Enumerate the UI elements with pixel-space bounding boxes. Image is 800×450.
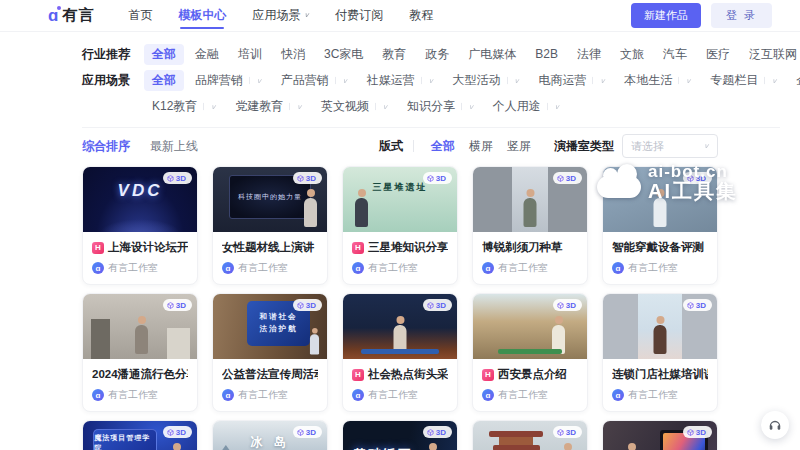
cube-icon [427, 175, 434, 182]
filter-option[interactable]: B2B [527, 45, 566, 63]
template-thumbnail[interactable]: 3D 冰 岛 ICELAND [213, 421, 327, 450]
filter-option-dropdown[interactable]: K12教育∨ [144, 96, 224, 117]
filter-option-dropdown[interactable]: 本地生活∨ [616, 70, 699, 91]
template-title: H西安景点介绍 [482, 367, 578, 382]
layout-option-all[interactable]: 全部 [424, 136, 462, 157]
template-card[interactable]: 3D 和谐社会 法治护航 公益普法宣传周活动预告 ɑ有言工作室 [212, 293, 328, 412]
filter-option-dropdown[interactable]: 知识分享∨ [399, 96, 482, 117]
sort-newest[interactable]: 最新上线 [150, 138, 198, 155]
author-avatar: ɑ [92, 262, 104, 274]
presenter-figure [625, 443, 638, 450]
template-thumbnail[interactable]: 3D [603, 167, 717, 232]
author-avatar: ɑ [352, 389, 364, 401]
headset-icon [768, 418, 782, 432]
filter-option-dropdown[interactable]: 英文视频∨ [313, 96, 396, 117]
nav-template-center[interactable]: 模板中心 [178, 1, 226, 30]
industry-filter-label: 行业推荐 [82, 46, 144, 63]
template-card[interactable]: 3D H西安景点介绍 ɑ有言工作室 [472, 293, 588, 412]
template-card[interactable]: 3D 基础矫正 [342, 420, 458, 450]
template-thumbnail[interactable]: 3D 和谐社会 法治护航 [213, 294, 327, 359]
template-card[interactable]: 3D 连锁门店社媒培训课 ɑ有言工作室 [602, 293, 718, 412]
template-card[interactable]: 3D H社会热点街头采访连线 ɑ有言工作室 [342, 293, 458, 412]
filter-option[interactable]: 快消 [273, 44, 313, 65]
chevron-down-icon: ∨ [289, 102, 302, 109]
author-avatar: ɑ [612, 389, 624, 401]
template-thumbnail[interactable]: 3D [83, 294, 197, 359]
template-center-page: ɑ 有言 首页 模板中心 应用场景∨ 付费订阅 教程 新建作品 登 录 行业推荐… [0, 0, 800, 450]
filter-option[interactable]: 教育 [374, 44, 414, 65]
filter-option[interactable]: 3C家电 [316, 44, 371, 65]
card-info: 2024潘通流行色分享 ɑ有言工作室 [83, 359, 197, 411]
logo-icon: ɑ [48, 7, 58, 24]
hot-icon: H [92, 242, 104, 254]
sort-comprehensive[interactable]: 综合排序 [82, 138, 130, 155]
filter-option-dropdown[interactable]: 企业内训∨ [788, 70, 800, 91]
template-card[interactable]: 3D 三星堆遗址 H三星堆知识分享 ɑ有言工作室 [342, 166, 458, 285]
template-thumbnail[interactable]: 3D 科技圈中的她力量 [213, 167, 327, 232]
template-card[interactable]: 3D 智能穿戴设备评测 ɑ有言工作室 [602, 166, 718, 285]
industry-filter-row: 行业推荐 全部 金融 培训 快消 3C家电 教育 政务 广电媒体 B2B 法律 … [82, 41, 780, 67]
login-button[interactable]: 登 录 [711, 3, 772, 28]
nav-home[interactable]: 首页 [128, 1, 152, 30]
cube-icon [297, 302, 304, 309]
filter-option-dropdown[interactable]: 专题栏目∨ [702, 70, 785, 91]
nav-scenarios[interactable]: 应用场景∨ [252, 1, 309, 30]
layout-option-portrait[interactable]: 竖屏 [500, 136, 538, 157]
nav-subscription[interactable]: 付费订阅 [335, 1, 383, 30]
template-card[interactable]: 3D [602, 420, 718, 450]
filter-option-all[interactable]: 全部 [144, 44, 184, 65]
template-card[interactable]: 3D 2024潘通流行色分享 ɑ有言工作室 [82, 293, 198, 412]
filter-option[interactable]: 汽车 [655, 44, 695, 65]
template-card[interactable]: 3D 魔法项目管理学院 招生通知 [82, 420, 198, 450]
filter-option-dropdown[interactable]: 党建教育∨ [227, 96, 310, 117]
scene-filter-label: 应用场景 [82, 72, 144, 89]
template-title: 智能穿戴设备评测 [612, 240, 708, 255]
template-card[interactable]: 3D 冰 岛 ICELAND [212, 420, 328, 450]
filter-option[interactable]: 政务 [417, 44, 457, 65]
author-avatar: ɑ [612, 262, 624, 274]
chevron-down-icon: ∨ [592, 76, 605, 83]
filter-option-all[interactable]: 全部 [144, 70, 184, 91]
card-info: H社会热点街头采访连线 ɑ有言工作室 [343, 359, 457, 411]
layout-option-landscape[interactable]: 横屏 [462, 136, 500, 157]
customer-service-button[interactable] [761, 411, 789, 439]
new-work-button[interactable]: 新建作品 [631, 3, 701, 28]
template-thumbnail[interactable]: 3D 基础矫正 [343, 421, 457, 450]
divider [413, 140, 414, 152]
studio-type-select[interactable]: 请选择 ∨ [622, 134, 718, 158]
template-card[interactable]: 3D 博锐剃须刀种草 ɑ有言工作室 [472, 166, 588, 285]
filter-option[interactable]: 培训 [230, 44, 270, 65]
filter-option[interactable]: 法律 [569, 44, 609, 65]
app-logo[interactable]: ɑ 有言 [48, 6, 94, 25]
filter-option-dropdown[interactable]: 个人用途∨ [485, 96, 568, 117]
filter-option-dropdown[interactable]: 产品营销∨ [273, 70, 356, 91]
template-thumbnail[interactable]: 3D [603, 421, 717, 450]
filter-option-dropdown[interactable]: 大型活动∨ [445, 70, 528, 91]
filter-option[interactable]: 广电媒体 [460, 44, 524, 65]
filter-option-dropdown[interactable]: 电商运营∨ [530, 70, 613, 91]
template-thumbnail[interactable]: 3D [473, 421, 587, 450]
template-thumbnail[interactable]: 3D VDC [83, 167, 197, 232]
author-avatar: ɑ [222, 389, 234, 401]
filter-option[interactable]: 金融 [187, 44, 227, 65]
header-actions: 新建作品 登 录 [631, 3, 772, 28]
top-navbar: ɑ 有言 首页 模板中心 应用场景∨ 付费订阅 教程 新建作品 登 录 [0, 0, 800, 32]
filter-option-dropdown[interactable]: 社媒运营∨ [359, 70, 442, 91]
filter-option[interactable]: 医疗 [698, 44, 738, 65]
template-card[interactable]: 3D 科技圈中的她力量 女性题材线上演讲 ɑ有言工作室 [212, 166, 328, 285]
filter-option[interactable]: 泛互联网 [741, 44, 800, 65]
nav-tutorial[interactable]: 教程 [409, 1, 433, 30]
template-thumbnail[interactable]: 3D [473, 294, 587, 359]
filter-option-dropdown[interactable]: 品牌营销∨ [187, 70, 270, 91]
badge-3d: 3D [423, 299, 452, 311]
template-thumbnail[interactable]: 3D [473, 167, 587, 232]
template-author: ɑ有言工作室 [352, 388, 448, 402]
template-thumbnail[interactable]: 3D 魔法项目管理学院 招生通知 [83, 421, 197, 450]
template-thumbnail[interactable]: 3D [603, 294, 717, 359]
studio-type-label: 演播室类型 [554, 138, 614, 155]
filter-option[interactable]: 文旅 [612, 44, 652, 65]
template-thumbnail[interactable]: 3D 三星堆遗址 [343, 167, 457, 232]
template-thumbnail[interactable]: 3D [343, 294, 457, 359]
template-card[interactable]: 3D VDC H上海设计论坛开场主持 ɑ有言工作室 [82, 166, 198, 285]
template-card[interactable]: 3D [472, 420, 588, 450]
